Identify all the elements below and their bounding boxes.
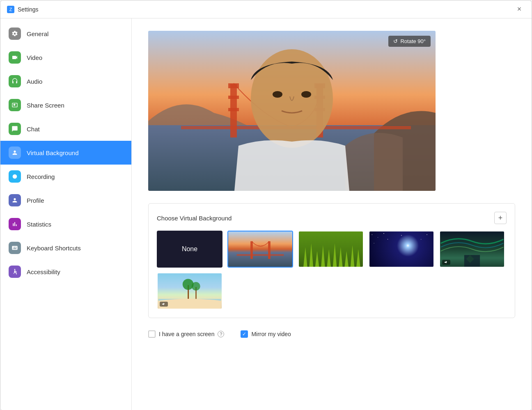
svg-point-24 bbox=[401, 235, 402, 236]
svg-rect-7 bbox=[228, 108, 239, 111]
chooser-section: Choose Virtual Background + None bbox=[148, 203, 515, 318]
profile-icon bbox=[9, 194, 21, 206]
options-section: I have a green screen ? ✓ Mirror my vide… bbox=[148, 330, 515, 346]
sidebar-label-audio: Audio bbox=[27, 78, 42, 85]
svg-point-21 bbox=[383, 233, 384, 234]
svg-point-0 bbox=[13, 174, 17, 179]
rotate-icon: ↺ bbox=[393, 38, 398, 44]
sidebar-label-video: Video bbox=[27, 54, 42, 61]
video-badge-beach bbox=[160, 302, 168, 307]
background-golden-gate[interactable] bbox=[227, 231, 293, 268]
svg-point-20 bbox=[378, 237, 378, 238]
svg-point-25 bbox=[421, 239, 421, 239]
svg-point-29 bbox=[183, 279, 194, 290]
sidebar-label-recording: Recording bbox=[27, 173, 55, 180]
audio-icon bbox=[9, 75, 21, 87]
sidebar-item-audio[interactable]: Audio bbox=[0, 69, 131, 93]
background-scene bbox=[148, 31, 436, 191]
sidebar: General Video Audio Share bbox=[0, 18, 132, 410]
keyboard-icon bbox=[9, 242, 21, 254]
background-aurora[interactable] bbox=[439, 231, 505, 268]
video-preview-container: ↺ Rotate 90° bbox=[148, 31, 436, 191]
background-grass[interactable] bbox=[298, 231, 364, 268]
statistics-icon bbox=[9, 218, 21, 230]
svg-point-23 bbox=[388, 239, 388, 240]
app-icon: Z bbox=[7, 6, 14, 13]
chooser-header: Choose Virtual Background + bbox=[157, 212, 507, 224]
none-label: None bbox=[182, 245, 197, 253]
svg-rect-6 bbox=[228, 96, 239, 99]
sidebar-item-virtual-background[interactable]: Virtual Background bbox=[0, 141, 131, 165]
sidebar-item-keyboard-shortcuts[interactable]: Keyboard Shortcuts bbox=[0, 236, 131, 260]
sidebar-label-statistics: Statistics bbox=[27, 221, 51, 228]
title-bar: Z Settings × bbox=[0, 0, 532, 18]
chat-icon bbox=[9, 123, 21, 135]
sidebar-item-chat[interactable]: Chat bbox=[0, 117, 131, 141]
svg-point-31 bbox=[192, 282, 200, 291]
accessibility-icon bbox=[9, 266, 21, 278]
title-bar-left: Z Settings bbox=[7, 6, 39, 13]
svg-point-26 bbox=[427, 234, 427, 235]
virtual-background-icon bbox=[9, 147, 21, 159]
green-screen-checkbox[interactable] bbox=[148, 330, 156, 338]
backgrounds-grid: None bbox=[157, 231, 507, 309]
background-none[interactable]: None bbox=[157, 231, 222, 268]
main-panel: ↺ Rotate 90° Choose Virtual Background +… bbox=[132, 18, 532, 410]
sidebar-label-profile: Profile bbox=[27, 197, 44, 204]
rotate-button-label: Rotate 90° bbox=[400, 38, 426, 44]
sidebar-label-accessibility: Accessibility bbox=[27, 268, 60, 275]
background-beach[interactable] bbox=[157, 273, 222, 309]
mirror-video-checkbox[interactable]: ✓ bbox=[241, 330, 248, 338]
sidebar-label-keyboard-shortcuts: Keyboard Shortcuts bbox=[27, 245, 81, 252]
sidebar-item-share-screen[interactable]: Share Screen bbox=[0, 93, 131, 117]
svg-point-14 bbox=[273, 91, 282, 98]
chooser-title: Choose Virtual Background bbox=[157, 215, 232, 222]
background-space[interactable] bbox=[369, 231, 434, 268]
video-icon bbox=[9, 51, 21, 64]
rotate-button[interactable]: ↺ Rotate 90° bbox=[388, 36, 431, 47]
sidebar-item-statistics[interactable]: Statistics bbox=[0, 212, 131, 236]
svg-point-1 bbox=[14, 269, 16, 270]
close-button[interactable]: × bbox=[514, 4, 525, 15]
green-screen-label: I have a green screen bbox=[159, 331, 214, 337]
sidebar-item-recording[interactable]: Recording bbox=[0, 165, 131, 188]
svg-rect-16 bbox=[250, 241, 253, 259]
sidebar-label-chat: Chat bbox=[27, 126, 40, 133]
svg-rect-17 bbox=[268, 241, 271, 259]
share-screen-icon bbox=[9, 99, 21, 111]
window-title: Settings bbox=[18, 6, 39, 13]
sidebar-label-general: General bbox=[27, 30, 48, 37]
sidebar-item-video[interactable]: Video bbox=[0, 46, 131, 69]
settings-window: Z Settings × General Video bbox=[0, 0, 532, 410]
gear-icon bbox=[9, 27, 21, 40]
add-background-button[interactable]: + bbox=[494, 212, 507, 224]
sidebar-item-profile[interactable]: Profile bbox=[0, 188, 131, 212]
mirror-video-label: Mirror my video bbox=[251, 331, 291, 337]
svg-point-15 bbox=[301, 91, 311, 98]
sidebar-item-accessibility[interactable]: Accessibility bbox=[0, 260, 131, 284]
mirror-video-option: ✓ Mirror my video bbox=[241, 330, 291, 338]
svg-point-13 bbox=[251, 49, 333, 148]
green-screen-option: I have a green screen ? bbox=[148, 330, 224, 338]
svg-point-19 bbox=[372, 234, 373, 235]
recording-icon bbox=[9, 170, 21, 183]
sidebar-label-virtual-background: Virtual Background bbox=[27, 149, 78, 156]
svg-point-22 bbox=[374, 243, 374, 243]
video-badge-aurora bbox=[442, 260, 450, 265]
green-screen-help-icon[interactable]: ? bbox=[218, 331, 224, 337]
svg-rect-18 bbox=[237, 254, 284, 256]
main-content: General Video Audio Share bbox=[0, 18, 532, 410]
sidebar-item-general[interactable]: General bbox=[0, 22, 131, 46]
sidebar-label-share-screen: Share Screen bbox=[27, 102, 64, 109]
video-preview-bg bbox=[148, 31, 436, 191]
